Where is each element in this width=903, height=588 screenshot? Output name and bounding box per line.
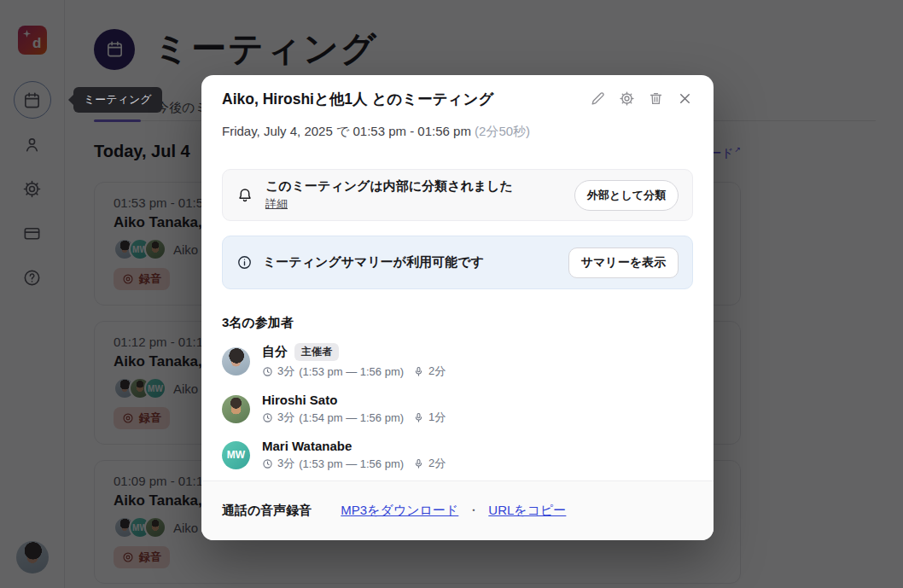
participant-avatar (222, 395, 250, 423)
classification-text-block: このミーティングは内部に分類されました 詳細 (265, 178, 574, 212)
meeting-duration: (2分50秒) (475, 124, 530, 138)
close-icon (677, 90, 693, 107)
summary-banner: ミーティングサマリーが利用可能です サマリーを表示 (222, 236, 693, 289)
clock-icon (262, 366, 273, 377)
participants-header: 3名の参加者 (222, 315, 693, 331)
host-badge: 主催者 (294, 343, 339, 361)
participant-info: 自分 主催者 3分 (1:53 pm — 1:56 pm) 2分 (262, 343, 446, 379)
mic-icon (413, 412, 424, 423)
gear-icon (619, 90, 635, 107)
summary-message: ミーティングサマリーが利用可能です (263, 254, 568, 271)
tooltip-arrow (68, 95, 73, 105)
clock-icon (262, 458, 273, 469)
classification-message: このミーティングは内部に分類されました (265, 178, 574, 195)
participant-name: 自分 (262, 344, 288, 360)
sidebar-tooltip: ミーティング (73, 87, 162, 113)
talk-time: 1分 (428, 410, 446, 425)
participant-name: Hiroshi Sato (262, 393, 337, 407)
meeting-datetime: Friday, July 4, 2025 で 01:53 pm - 01:56 … (222, 124, 530, 140)
attendance-duration: 3分 (277, 456, 294, 471)
app-screen: d ミーティング 今後のミ Today, (0, 0, 903, 588)
participant-meta: 3分 (1:53 pm — 1:56 pm) 2分 (262, 456, 446, 471)
audio-recording-label: 通話の音声録音 (222, 503, 312, 519)
participants-section: 3名の参加者 自分 主催者 3分 (1:53 pm — 1:56 pm) 2分 (222, 315, 693, 485)
modal-header: Aiko, Hiroshiと他1人 とのミーティング (222, 89, 693, 109)
info-icon (236, 254, 253, 271)
attendance-duration: 3分 (277, 410, 294, 425)
edit-button[interactable] (590, 90, 606, 107)
meeting-details-modal: Aiko, Hiroshiと他1人 とのミーティング Friday, July … (201, 75, 714, 540)
copy-url-link[interactable]: URLをコピー (488, 503, 566, 519)
delete-button[interactable] (648, 90, 664, 107)
close-button[interactable] (677, 90, 693, 107)
participant-meta: 3分 (1:53 pm — 1:56 pm) 2分 (262, 364, 446, 379)
attendance-range: (1:53 pm — 1:56 pm) (299, 365, 404, 378)
pencil-icon (590, 90, 606, 107)
mic-icon (413, 458, 424, 469)
talk-time: 2分 (428, 364, 446, 379)
download-mp3-link[interactable]: MP3をダウンロード (341, 503, 458, 519)
link-separator: ・ (467, 503, 480, 519)
details-link[interactable]: 詳細 (265, 196, 288, 212)
attendance-range: (1:53 pm — 1:56 pm) (299, 457, 404, 470)
datetime-text: Friday, July 4, 2025 で 01:53 pm - 01:56 … (222, 124, 471, 138)
attendance-range: (1:54 pm — 1:56 pm) (299, 411, 404, 424)
clock-icon (262, 412, 273, 423)
mic-icon (413, 366, 424, 377)
modal-title: Aiko, Hiroshiと他1人 とのミーティング (222, 89, 590, 109)
settings-button[interactable] (619, 90, 635, 107)
participant-info: Mari Watanabe 3分 (1:53 pm — 1:56 pm) 2分 (262, 439, 446, 471)
modal-actions (590, 90, 693, 107)
show-summary-button[interactable]: サマリーを表示 (568, 247, 679, 278)
tooltip-label: ミーティング (84, 92, 152, 108)
participant-row: MW Mari Watanabe 3分 (1:53 pm — 1:56 pm) … (222, 439, 693, 471)
participant-avatar-initials: MW (222, 441, 250, 469)
talk-time: 2分 (428, 456, 446, 471)
participant-meta: 3分 (1:54 pm — 1:56 pm) 1分 (262, 410, 446, 425)
trash-icon (648, 90, 664, 107)
participant-row: 自分 主催者 3分 (1:53 pm — 1:56 pm) 2分 (222, 343, 693, 379)
attendance-duration: 3分 (277, 364, 294, 379)
participant-info: Hiroshi Sato 3分 (1:54 pm — 1:56 pm) 1分 (262, 393, 446, 425)
modal-footer: 通話の音声録音 MP3をダウンロード ・ URLをコピー (201, 480, 714, 540)
classify-external-button[interactable]: 外部として分類 (574, 180, 679, 211)
classification-banner: このミーティングは内部に分類されました 詳細 外部として分類 (222, 169, 693, 221)
participant-name: Mari Watanabe (262, 439, 352, 453)
bell-icon (236, 187, 253, 204)
participant-avatar (222, 347, 250, 376)
participant-row: Hiroshi Sato 3分 (1:54 pm — 1:56 pm) 1分 (222, 393, 693, 425)
